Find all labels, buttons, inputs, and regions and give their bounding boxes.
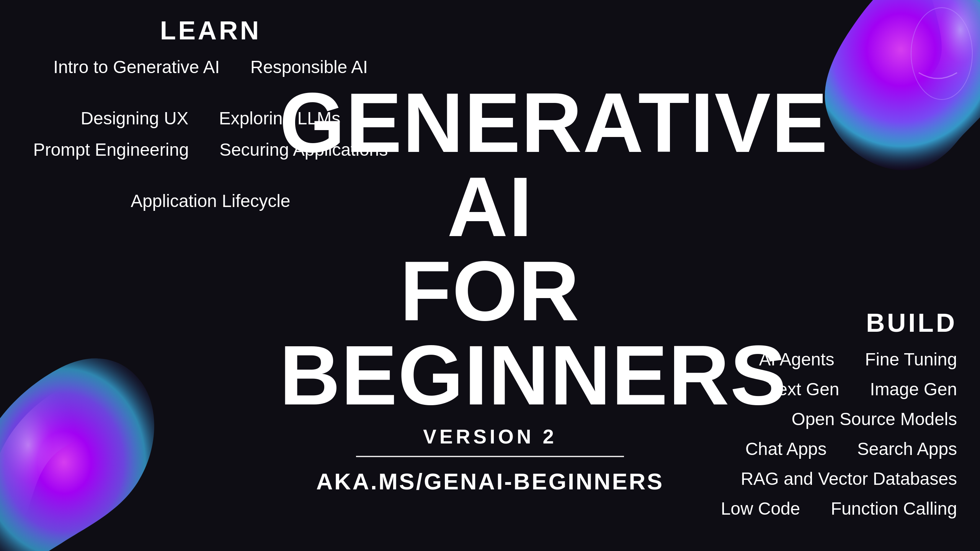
learn-item-responsible: Responsible AI [250, 57, 368, 77]
main-content: GENERATIVE AI FOR BEGINNERS VERSION 2 AK… [279, 81, 701, 495]
divider [356, 456, 624, 457]
build-item-fine-tuning: Fine Tuning [865, 349, 957, 370]
learn-item-intro: Intro to Generative AI [53, 57, 220, 77]
svg-point-0 [911, 8, 972, 99]
title-line3: BEGINNERS [279, 333, 701, 417]
build-item-open-source: Open Source Models [792, 409, 957, 429]
build-item-ai-agents: AI Agents [759, 349, 835, 370]
build-item-chat-apps: Chat Apps [745, 439, 826, 459]
learn-item-prompt: Prompt Engineering [33, 139, 189, 160]
learn-item-ux: Designing UX [81, 108, 188, 129]
build-item-function-calling: Function Calling [831, 498, 957, 519]
build-title: BUILD [720, 308, 957, 337]
build-item-search-apps: Search Apps [857, 439, 957, 459]
main-title: GENERATIVE AI FOR BEGINNERS [279, 81, 701, 417]
build-section: BUILD AI Agents Fine Tuning Text Gen Ima… [720, 308, 957, 528]
build-item-image-gen: Image Gen [870, 379, 957, 399]
learn-item-lifecycle: Application Lifecycle [131, 191, 291, 211]
build-row-4: Chat Apps Search Apps [720, 439, 957, 459]
build-row-3: Open Source Models [720, 409, 957, 429]
decorative-blob-bottom-left [0, 352, 168, 551]
url-text: AKA.MS/GENAI-BEGINNERS [279, 468, 701, 495]
build-item-rag: RAG and Vector Databases [741, 468, 957, 489]
learn-title: LEARN [23, 15, 398, 45]
build-row-5: RAG and Vector Databases [720, 468, 957, 489]
title-line2: FOR [279, 249, 701, 333]
build-row-1: AI Agents Fine Tuning [720, 349, 957, 370]
version-text: VERSION 2 [279, 425, 701, 448]
title-line1: GENERATIVE AI [279, 81, 701, 249]
build-row-6: Low Code Function Calling [720, 498, 957, 519]
build-row-2: Text Gen Image Gen [720, 379, 957, 399]
build-item-low-code: Low Code [721, 498, 800, 519]
build-item-text-gen: Text Gen [769, 379, 839, 399]
